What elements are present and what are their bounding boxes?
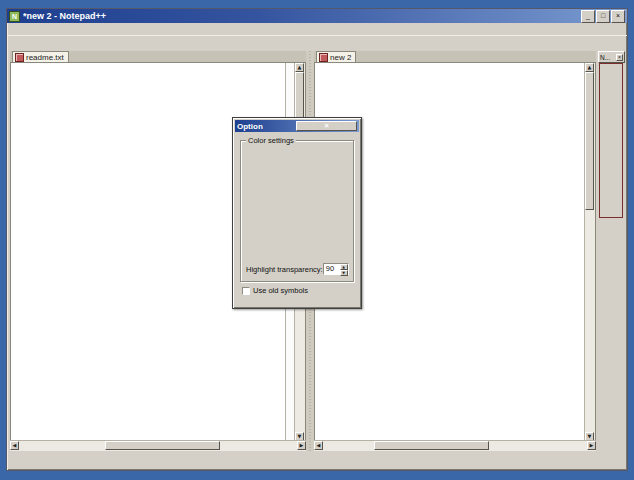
scroll-left-icon[interactable]: ◀ (314, 441, 323, 450)
navigation-bar-header[interactable]: N... × (598, 51, 625, 63)
scroll-right-icon[interactable]: ▶ (587, 441, 596, 450)
transparency-label: Highlight transparency: (246, 265, 323, 274)
modified-file-icon (15, 53, 24, 62)
status-bar (8, 453, 626, 469)
scroll-up-icon[interactable]: ▲ (585, 63, 594, 72)
tab-readme-txt[interactable]: readme.txt (12, 51, 69, 62)
toolbar (7, 35, 627, 52)
dialog-title-bar[interactable]: Option × (235, 120, 359, 132)
title-bar[interactable]: N *new 2 - Notepad++ _ □ × (7, 9, 627, 23)
group-label: Color settings (246, 136, 296, 145)
close-icon[interactable]: × (296, 121, 357, 131)
maximize-button[interactable]: □ (596, 10, 610, 23)
tab-label: new 2 (330, 53, 351, 62)
transparency-row: Highlight transparency: 90 ▲▼ (246, 262, 348, 276)
nav-viewport-indicator (599, 63, 623, 218)
navigation-bar-title: N... (600, 54, 616, 61)
spinner-arrows[interactable]: ▲▼ (340, 264, 348, 274)
scroll-up-icon[interactable]: ▲ (295, 63, 304, 72)
minimize-button[interactable]: _ (581, 10, 595, 23)
right-horizontal-scrollbar[interactable]: ◀ ▶ (314, 440, 596, 451)
left-horizontal-scrollbar[interactable]: ◀ ▶ (10, 440, 306, 451)
checkbox-label: Use old symbols (253, 286, 308, 295)
app-icon: N (9, 11, 20, 22)
menu-bar (7, 23, 627, 35)
transparency-value[interactable]: 90 (324, 264, 340, 274)
close-button[interactable]: × (611, 10, 625, 23)
navigation-bar-panel: N... × (598, 51, 625, 451)
modified-file-icon (319, 53, 328, 62)
tab-new-2[interactable]: new 2 (316, 51, 356, 62)
spin-down-icon[interactable]: ▼ (340, 270, 348, 276)
tab-label: readme.txt (26, 53, 64, 62)
desktop: N *new 2 - Notepad++ _ □ × readme.txt (0, 0, 634, 480)
dialog-title: Option (237, 122, 296, 131)
color-settings-group: Color settings Highlight transparency: 9… (240, 140, 354, 282)
option-dialog: Option × Color settings Highlight transp… (232, 117, 362, 309)
navigation-strips[interactable] (598, 64, 625, 448)
transparency-spinner[interactable]: 90 ▲▼ (323, 263, 349, 275)
scroll-right-icon[interactable]: ▶ (297, 441, 306, 450)
use-old-symbols-checkbox[interactable] (242, 287, 250, 295)
scroll-left-icon[interactable]: ◀ (10, 441, 19, 450)
right-vertical-scrollbar[interactable]: ▲ ▼ (584, 63, 595, 441)
window-title: *new 2 - Notepad++ (23, 11, 580, 21)
left-hscroll-thumb[interactable] (105, 441, 220, 450)
close-icon[interactable]: × (616, 54, 623, 61)
use-old-symbols-row: Use old symbols (242, 286, 308, 295)
right-vscroll-thumb[interactable] (585, 72, 594, 210)
right-hscroll-thumb[interactable] (374, 441, 489, 450)
